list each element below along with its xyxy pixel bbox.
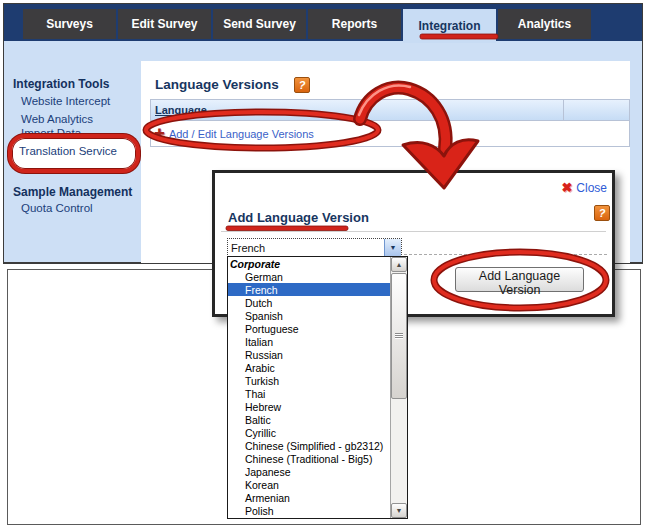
add-language-version-button[interactable]: Add Language Version: [455, 267, 584, 292]
table-header-row: Language: [151, 100, 629, 121]
tab-label: Reports: [332, 17, 377, 31]
tab[interactable]: Surveys: [23, 9, 116, 39]
language-option[interactable]: Chinese (Simplified - gb2312): [228, 440, 391, 453]
dialog-title: Add Language Version: [228, 210, 369, 225]
scroll-thumb-grip: [395, 333, 403, 339]
tab[interactable]: Send Survey: [213, 9, 306, 39]
language-option-label: Chinese (Simplified - gb2312): [245, 440, 383, 452]
language-option-label: Turkish: [245, 375, 279, 387]
language-dropdown-list: Corporate German French Dutch: [227, 256, 408, 519]
language-option-label: Chinese (Traditional - Big5): [245, 453, 372, 465]
scroll-down-button[interactable]: ▼: [391, 503, 407, 518]
sidebar-header-integration-tools: Integration Tools: [13, 77, 109, 91]
tab-label: Integration: [419, 19, 481, 33]
language-option[interactable]: Cyrillic: [228, 427, 391, 440]
language-option[interactable]: Italian: [228, 335, 391, 348]
tab-label: Edit Survey: [131, 17, 197, 31]
close-label: Close: [576, 181, 607, 195]
add-edit-language-row[interactable]: ✚ Add / Edit Language Versions: [151, 121, 629, 146]
dashed-separator: [404, 254, 607, 255]
language-option-label: Cyrillic: [245, 427, 276, 439]
language-option[interactable]: Thai: [228, 387, 391, 400]
language-option-label: Portuguese: [245, 323, 299, 335]
language-option[interactable]: Turkish: [228, 374, 391, 387]
language-option[interactable]: Korean: [228, 479, 391, 492]
language-option[interactable]: Chinese (Traditional - Big5): [228, 453, 391, 466]
tab[interactable]: Reports: [308, 9, 401, 39]
language-option[interactable]: Russian: [228, 348, 391, 361]
language-option[interactable]: Baltic: [228, 414, 391, 427]
sidebar-item-translation-service[interactable]: Translation Service: [19, 145, 117, 157]
language-option-label: Dutch: [245, 297, 272, 309]
tab[interactable]: Integration: [403, 9, 496, 43]
language-option-label: Russian: [245, 349, 283, 361]
language-option-container: German French Dutch Spanish: [228, 270, 391, 518]
add-plus-icon: ✚: [154, 126, 165, 141]
language-versions-table: Language ✚ Add / Edit Language Versions: [150, 99, 630, 147]
sidebar-item-quota-control[interactable]: Quota Control: [21, 202, 93, 214]
language-select[interactable]: French ▼: [227, 238, 402, 257]
close-button[interactable]: ✖ Close: [561, 180, 607, 195]
language-option-label: Japanese: [245, 466, 291, 478]
language-option-label: Polish: [245, 505, 274, 517]
language-option[interactable]: Spanish: [228, 309, 391, 322]
column-separator: [563, 100, 564, 120]
language-column-header: Language: [155, 104, 207, 116]
help-icon[interactable]: ?: [294, 77, 310, 93]
language-select-value: French: [228, 242, 384, 254]
screenshot-root: { "colors": { "annotation_red": "#cf241b…: [0, 0, 646, 532]
language-option-label: Armenian: [245, 492, 290, 504]
chevron-down-icon: ▼: [390, 244, 397, 251]
language-options: Corporate German French Dutch: [228, 257, 391, 518]
tab-label: Analytics: [518, 17, 571, 31]
language-option-label: Thai: [245, 388, 265, 400]
scroll-up-button[interactable]: ▲: [391, 257, 407, 272]
language-option-label: Hebrew: [245, 401, 281, 413]
tab-label: Surveys: [46, 17, 93, 31]
sidebar-item-web-analytics[interactable]: Web Analytics: [21, 113, 93, 125]
tab[interactable]: Edit Survey: [118, 9, 211, 39]
language-option-label: German: [245, 271, 283, 283]
language-option-label: Arabic: [245, 362, 275, 374]
language-option[interactable]: German: [228, 270, 391, 283]
sidebar-header-sample-management: Sample Management: [13, 185, 132, 199]
language-option[interactable]: Japanese: [228, 466, 391, 479]
dialog-help-icon[interactable]: ?: [594, 205, 610, 221]
combo-dropdown-button[interactable]: ▼: [384, 239, 401, 256]
language-option[interactable]: Portuguese: [228, 322, 391, 335]
tab[interactable]: Analytics: [498, 9, 591, 39]
language-option[interactable]: Polish: [228, 505, 391, 518]
page-title: Language Versions: [155, 77, 279, 92]
language-option[interactable]: Arabic: [228, 361, 391, 374]
language-option-label: Spanish: [245, 310, 283, 322]
close-icon: ✖: [561, 180, 572, 195]
sidebar-item-website-intercept[interactable]: Website Intercept: [21, 95, 110, 107]
language-option-label: Baltic: [245, 414, 271, 426]
language-option[interactable]: Armenian: [228, 492, 391, 505]
language-option[interactable]: Hebrew: [228, 401, 391, 414]
language-option-label: Korean: [245, 479, 279, 491]
language-option[interactable]: French: [228, 283, 391, 296]
language-option[interactable]: Dutch: [228, 296, 391, 309]
language-group-header: Corporate: [228, 257, 391, 270]
language-option-label: Italian: [245, 336, 273, 348]
language-option-label: French: [245, 284, 278, 296]
scroll-thumb[interactable]: [391, 273, 407, 399]
dialog-divider: [221, 231, 606, 232]
tab-label: Send Survey: [223, 17, 296, 31]
tab-bar-background: Surveys Edit Survey Send Survey Reports: [4, 4, 642, 41]
list-scrollbar[interactable]: ▲ ▼: [390, 257, 407, 518]
add-edit-language-link[interactable]: Add / Edit Language Versions: [169, 128, 314, 140]
tab-bar: Surveys Edit Survey Send Survey Reports: [23, 9, 591, 43]
